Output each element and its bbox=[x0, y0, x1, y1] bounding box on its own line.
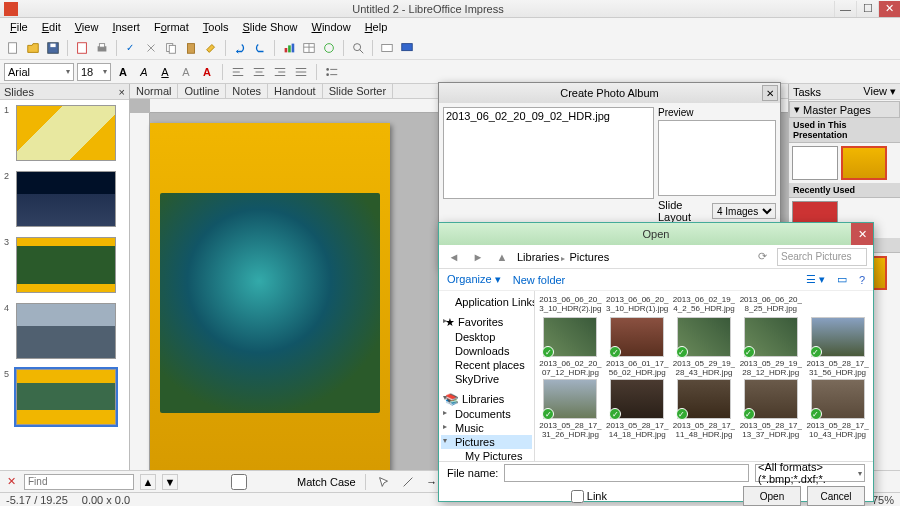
breadcrumb[interactable]: LibrariesPictures bbox=[517, 251, 747, 263]
hyperlink-icon[interactable] bbox=[320, 39, 338, 57]
close-panel-icon[interactable]: × bbox=[119, 86, 125, 98]
tree-item[interactable]: ▸Documents bbox=[441, 407, 532, 421]
master-thumb[interactable] bbox=[792, 146, 838, 180]
export-pdf-icon[interactable] bbox=[73, 39, 91, 57]
print-icon[interactable] bbox=[93, 39, 111, 57]
shadow-icon[interactable]: A bbox=[177, 63, 195, 81]
pointer-tool-icon[interactable] bbox=[375, 473, 393, 491]
menu-format[interactable]: Format bbox=[148, 19, 195, 35]
slide-thumb[interactable]: 4 bbox=[16, 303, 121, 359]
align-right-icon[interactable] bbox=[271, 63, 289, 81]
format-combo[interactable]: <All formats> (*.bmp;*.dxf;*.▾ bbox=[755, 464, 865, 482]
file-item[interactable]: ✓2013_06_01_17_56_02_HDR.jpg bbox=[606, 317, 669, 377]
cancel-button[interactable]: Cancel bbox=[807, 486, 865, 506]
new-folder-button[interactable]: New folder bbox=[513, 274, 566, 286]
menu-edit[interactable]: Edit bbox=[36, 19, 67, 35]
file-item[interactable]: ✓2013_05_28_17_13_37_HDR.jpg bbox=[739, 379, 802, 439]
menu-tools[interactable]: Tools bbox=[197, 19, 235, 35]
undo-icon[interactable] bbox=[231, 39, 249, 57]
redo-icon[interactable] bbox=[251, 39, 269, 57]
refresh-icon[interactable]: ⟳ bbox=[753, 248, 771, 266]
tab-normal[interactable]: Normal bbox=[130, 84, 178, 98]
tab-outline[interactable]: Outline bbox=[178, 84, 226, 98]
tree-item[interactable]: Downloads bbox=[441, 344, 532, 358]
menu-file[interactable]: File bbox=[4, 19, 34, 35]
copy-icon[interactable] bbox=[162, 39, 180, 57]
file-item[interactable]: 2013_06_06_20_3_10_HDR(2).jpg bbox=[539, 293, 602, 313]
slide-thumb[interactable]: 3 bbox=[16, 237, 121, 293]
line-tool-icon[interactable] bbox=[399, 473, 417, 491]
matchcase-checkbox[interactable] bbox=[184, 474, 294, 490]
underline-icon[interactable]: A bbox=[156, 63, 174, 81]
menu-insert[interactable]: Insert bbox=[106, 19, 146, 35]
font-color-icon[interactable]: A bbox=[198, 63, 216, 81]
align-justify-icon[interactable] bbox=[292, 63, 310, 81]
file-item[interactable]: 2013_06_06_20_3_10_HDR(1).jpg bbox=[606, 293, 669, 313]
open-button[interactable]: Open bbox=[743, 486, 801, 506]
search-input[interactable]: Search Pictures bbox=[777, 248, 867, 266]
close-find-icon[interactable]: ✕ bbox=[4, 475, 18, 489]
find-prev-icon[interactable]: ▲ bbox=[140, 474, 156, 490]
slide-icon[interactable] bbox=[378, 39, 396, 57]
tree-item[interactable]: Application Links bbox=[441, 295, 532, 309]
minimize-button[interactable]: — bbox=[834, 1, 856, 17]
file-item[interactable]: ✓2013_05_29_19_28_12_HDR.jpg bbox=[739, 317, 802, 377]
list-item[interactable]: 2013_06_02_20_09_02_HDR.jpg bbox=[446, 110, 651, 122]
chart-icon[interactable] bbox=[280, 39, 298, 57]
dialog-close-icon[interactable]: ✕ bbox=[851, 223, 873, 245]
tree-item[interactable]: Desktop bbox=[441, 330, 532, 344]
file-item[interactable]: 2013_06_02_19_4_2_56_HDR.jpg bbox=[673, 293, 736, 313]
tree-item[interactable]: ▾📚 Libraries bbox=[441, 392, 532, 407]
open-icon[interactable] bbox=[24, 39, 42, 57]
menu-window[interactable]: Window bbox=[306, 19, 357, 35]
italic-icon[interactable]: A bbox=[135, 63, 153, 81]
find-next-icon[interactable]: ▼ bbox=[162, 474, 178, 490]
tree-item[interactable]: ▸★ Favorites bbox=[441, 315, 532, 330]
tab-handout[interactable]: Handout bbox=[268, 84, 323, 98]
master-pages-expander[interactable]: ▾Master Pages bbox=[789, 101, 900, 118]
dialog-close-icon[interactable]: ✕ bbox=[762, 85, 778, 101]
slide-thumb[interactable]: 1 bbox=[16, 105, 121, 161]
file-item[interactable]: ✓2013_05_29_19_28_43_HDR.jpg bbox=[673, 317, 736, 377]
album-file-list[interactable]: 2013_06_02_20_09_02_HDR.jpg bbox=[443, 107, 654, 199]
file-item[interactable]: ✓2013_06_02_20_07_12_HDR.jpg bbox=[539, 317, 602, 377]
presentation-icon[interactable] bbox=[398, 39, 416, 57]
align-left-icon[interactable] bbox=[229, 63, 247, 81]
slide-canvas[interactable] bbox=[150, 123, 390, 483]
menu-help[interactable]: Help bbox=[359, 19, 394, 35]
tree-item[interactable]: ▸Music bbox=[441, 421, 532, 435]
preview-pane-icon[interactable]: ▭ bbox=[837, 273, 847, 286]
tree-item[interactable]: Recent places bbox=[441, 358, 532, 372]
file-item[interactable]: ✓2013_05_28_17_10_43_HDR.jpg bbox=[806, 379, 869, 439]
save-icon[interactable] bbox=[44, 39, 62, 57]
organize-menu[interactable]: Organize ▾ bbox=[447, 273, 501, 286]
file-item[interactable]: ✓2013_05_28_17_31_26_HDR.jpg bbox=[539, 379, 602, 439]
font-name-combo[interactable]: Arial▾ bbox=[4, 63, 74, 81]
spellcheck-icon[interactable]: ✓ bbox=[122, 39, 140, 57]
file-item[interactable]: 2013_06_06_20_8_25_HDR.jpg bbox=[739, 293, 802, 313]
tree-item-pictures[interactable]: ▾Pictures bbox=[441, 435, 532, 449]
find-input[interactable] bbox=[24, 474, 134, 490]
cut-icon[interactable] bbox=[142, 39, 160, 57]
bullets-icon[interactable] bbox=[323, 63, 341, 81]
up-icon[interactable]: ▲ bbox=[493, 248, 511, 266]
paste-icon[interactable] bbox=[182, 39, 200, 57]
filename-input[interactable] bbox=[504, 464, 749, 482]
slide-thumb[interactable]: 5 bbox=[16, 369, 121, 425]
back-icon[interactable]: ◄ bbox=[445, 248, 463, 266]
tab-slidesorter[interactable]: Slide Sorter bbox=[323, 84, 393, 98]
table-icon[interactable] bbox=[300, 39, 318, 57]
master-thumb[interactable] bbox=[841, 146, 887, 180]
link-checkbox[interactable] bbox=[571, 490, 584, 503]
help-icon[interactable]: ? bbox=[859, 274, 865, 286]
new-icon[interactable] bbox=[4, 39, 22, 57]
font-size-combo[interactable]: 18▾ bbox=[77, 63, 111, 81]
tab-notes[interactable]: Notes bbox=[226, 84, 268, 98]
zoom-icon[interactable] bbox=[349, 39, 367, 57]
slide-thumb[interactable]: 2 bbox=[16, 171, 121, 227]
format-paint-icon[interactable] bbox=[202, 39, 220, 57]
close-button[interactable]: ✕ bbox=[878, 1, 900, 17]
menu-view[interactable]: View bbox=[69, 19, 105, 35]
maximize-button[interactable]: ☐ bbox=[856, 1, 878, 17]
view-mode-icon[interactable]: ☰ ▾ bbox=[806, 273, 825, 286]
